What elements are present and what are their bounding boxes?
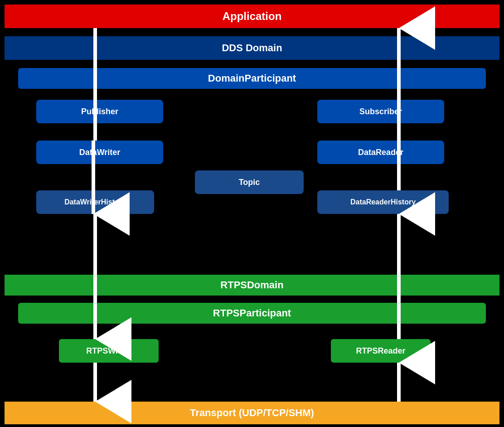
rtps-writer-box: RTPSWriter: [59, 339, 159, 363]
rtps-domain-label: RTPSDomain: [220, 279, 283, 291]
domain-participant-bar: DomainParticipant: [18, 68, 486, 89]
transport-bar: Transport (UDP/TCP/SHM): [5, 402, 499, 424]
rtps-participant-label: RTPSParticipant: [213, 307, 291, 319]
rtps-writer-label: RTPSWriter: [86, 346, 131, 356]
dds-domain-bar: DDS Domain: [5, 36, 499, 60]
datareader-history-box: DataReaderHistory: [317, 190, 449, 214]
subscriber-label: Subscriber: [359, 107, 402, 116]
transport-label: Transport (UDP/TCP/SHM): [190, 407, 314, 419]
datareader-history-label: DataReaderHistory: [350, 198, 416, 206]
datawriter-history-label: DataWriterHistory: [64, 198, 126, 206]
subscriber-box: Subscriber: [317, 100, 444, 123]
rtps-domain-bar: RTPSDomain: [5, 275, 499, 296]
datareader-box: DataReader: [317, 141, 444, 164]
datawriter-history-box: DataWriterHistory: [36, 190, 154, 214]
publisher-box: Publisher: [36, 100, 163, 123]
dds-domain-label: DDS Domain: [222, 42, 282, 54]
rtps-reader-label: RTPSReader: [356, 346, 405, 356]
topic-box: Topic: [195, 170, 304, 194]
rtps-participant-bar: RTPSParticipant: [18, 303, 486, 324]
domain-participant-label: DomainParticipant: [208, 73, 296, 84]
application-label: Application: [223, 10, 282, 23]
topic-label: Topic: [239, 178, 260, 187]
datawriter-box: DataWriter: [36, 141, 163, 164]
diagram-container: Application DDS Domain DomainParticipant…: [0, 0, 504, 427]
datareader-label: DataReader: [358, 148, 403, 157]
publisher-label: Publisher: [81, 107, 118, 116]
rtps-reader-box: RTPSReader: [331, 339, 431, 363]
datawriter-label: DataWriter: [79, 148, 121, 157]
application-bar: Application: [5, 5, 499, 28]
